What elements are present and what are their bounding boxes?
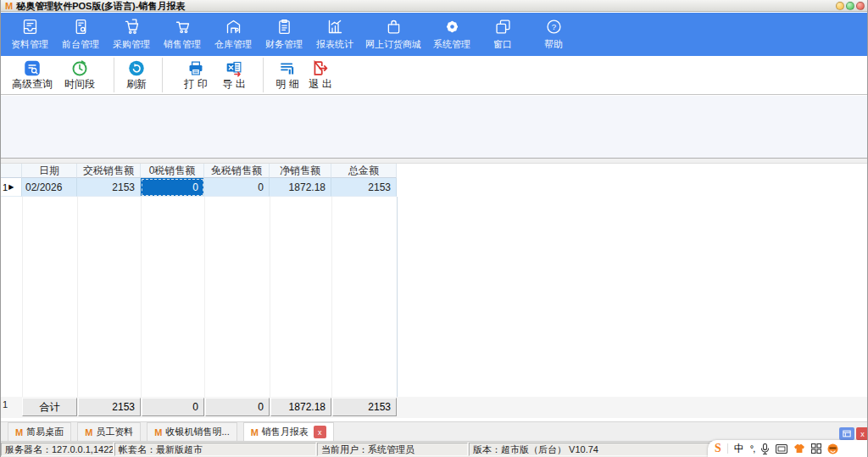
toolbar-separator bbox=[162, 58, 163, 92]
print-button[interactable]: 打 印 bbox=[175, 59, 216, 92]
tab-label: 收银机销售明... bbox=[166, 426, 230, 438]
toolbar-label: 退 出 bbox=[309, 77, 331, 92]
column-header-tax-free-sales[interactable]: 免税销售额 bbox=[204, 164, 270, 178]
close-button[interactable] bbox=[856, 2, 865, 10]
toolbar-item-data-management[interactable]: 资料管理 bbox=[4, 15, 55, 54]
toolbar-label: 窗口 bbox=[493, 38, 512, 51]
toolbar-item-help[interactable]: ? 帮助 bbox=[528, 15, 579, 54]
time-range-button[interactable]: 时间段 bbox=[60, 59, 99, 92]
totals-tax-free-sales: 0 bbox=[205, 398, 270, 416]
tab-logo-icon: M bbox=[251, 427, 259, 437]
app-logo-icon: M bbox=[5, 1, 13, 11]
tab-monthly-sales-report[interactable]: M 销售月报表 x bbox=[243, 422, 334, 441]
toolbar-separator bbox=[114, 58, 114, 92]
tab-logo-icon: M bbox=[154, 427, 162, 437]
grid-corner-cell bbox=[1, 164, 22, 178]
cell-net-sales[interactable]: 1872.18 bbox=[270, 178, 331, 197]
filter-panel: 开始日期 2026-02-01 ▼ 结束日期 2026-02-28 ▼ 零售店 … bbox=[1, 96, 867, 158]
toolbar-item-warehouse-management[interactable]: 仓库管理 bbox=[208, 15, 259, 54]
tab-label: 销售月报表 bbox=[262, 426, 309, 438]
row-indicator: 1▶ bbox=[1, 178, 22, 197]
toolbar-item-frontdesk-management[interactable]: 前台管理 bbox=[55, 15, 106, 54]
toolbar-label: 时间段 bbox=[64, 77, 95, 92]
windows-icon bbox=[494, 18, 512, 36]
status-account: 帐套名：最新版超市 bbox=[114, 443, 316, 456]
cell-zero-tax-sales-selected[interactable]: 0 bbox=[141, 178, 204, 197]
column-header-total-amount[interactable]: 总金额 bbox=[331, 164, 397, 178]
microphone-icon[interactable] bbox=[760, 443, 770, 454]
row-number: 1 bbox=[3, 182, 8, 192]
column-header-date[interactable]: 日期 bbox=[22, 164, 77, 178]
toolbar-label: 打 印 bbox=[184, 77, 207, 92]
grid-column-line bbox=[77, 197, 78, 397]
toolbar-item-window[interactable]: 窗口 bbox=[477, 15, 528, 54]
tab-close-button[interactable]: x bbox=[314, 426, 326, 438]
maximize-button[interactable] bbox=[846, 2, 854, 10]
tabbar-close-button[interactable]: x bbox=[856, 427, 868, 440]
grid-column-line bbox=[331, 197, 332, 397]
keyboard-icon[interactable] bbox=[776, 444, 787, 454]
punctuation-icon[interactable]: °, bbox=[750, 443, 754, 454]
exit-button[interactable]: 退 出 bbox=[303, 59, 338, 92]
sogou-icon[interactable]: S bbox=[715, 442, 721, 455]
detail-list-icon bbox=[278, 59, 297, 77]
svg-text:?: ? bbox=[551, 22, 555, 31]
totals-net-sales: 1872.18 bbox=[270, 398, 331, 416]
tab-label: 简易桌面 bbox=[26, 426, 64, 438]
toolbar-label: 前台管理 bbox=[62, 38, 99, 51]
toolbar-item-finance-management[interactable]: 财务管理 bbox=[259, 15, 309, 54]
purchase-cart-icon bbox=[123, 18, 141, 36]
cell-total-amount[interactable]: 2153 bbox=[331, 178, 397, 197]
toolbox-grid-icon[interactable] bbox=[811, 443, 821, 454]
column-header-taxed-sales[interactable]: 交税销售额 bbox=[77, 164, 141, 178]
toolbar-label: 采购管理 bbox=[113, 38, 150, 51]
tab-employee-data[interactable]: M 员工资料 bbox=[77, 422, 141, 441]
tray-separator bbox=[727, 443, 728, 454]
tab-register-sales-detail[interactable]: M 收银机销售明... bbox=[147, 422, 236, 441]
row-marker-icon: ▶ bbox=[8, 183, 14, 191]
column-header-zero-tax-sales[interactable]: 0税销售额 bbox=[141, 164, 204, 178]
chinese-mode-icon[interactable]: 中 bbox=[734, 442, 744, 456]
refresh-button[interactable]: 刷新 bbox=[120, 59, 153, 92]
grid-column-line bbox=[141, 197, 142, 397]
toolbar-label: 报表统计 bbox=[316, 38, 353, 51]
grid-settings-button[interactable] bbox=[839, 427, 854, 440]
document-tabbar: M 简易桌面 M 员工资料 M 收银机销售明... M 销售月报表 x x bbox=[1, 421, 867, 442]
toolbar-label: 明 细 bbox=[275, 77, 298, 92]
export-button[interactable]: 导 出 bbox=[214, 59, 253, 92]
main-toolbar: 资料管理 前台管理 采购管理 销售管理 仓库管理 财务管理 报表统计 网上订货 bbox=[1, 13, 867, 56]
grid-column-line bbox=[270, 197, 270, 397]
cell-tax-free-sales[interactable]: 0 bbox=[204, 178, 270, 197]
cell-taxed-sales[interactable]: 2153 bbox=[77, 178, 141, 197]
exit-door-icon bbox=[311, 59, 330, 77]
toolbar-label: 财务管理 bbox=[265, 38, 303, 51]
toolbar-item-report-statistics[interactable]: 报表统计 bbox=[309, 15, 360, 54]
detail-button[interactable]: 明 细 bbox=[270, 59, 305, 92]
tab-logo-icon: M bbox=[85, 427, 92, 437]
footer-row-number: 1 bbox=[3, 399, 8, 410]
cell-date[interactable]: 02/2026 bbox=[22, 178, 77, 197]
advanced-query-button[interactable]: 高级查询 bbox=[10, 59, 54, 92]
toolbar-item-system-management[interactable]: 系统管理 bbox=[426, 15, 477, 54]
tab-simple-desktop[interactable]: M 简易桌面 bbox=[8, 422, 71, 441]
grid-column-line bbox=[22, 197, 23, 397]
sales-report-grid: 日期 交税销售额 0税销售额 免税销售额 净销售额 总金额 1▶ 02/2026… bbox=[1, 164, 867, 418]
pos-terminal-icon bbox=[72, 18, 90, 36]
toolbar-label: 刷新 bbox=[126, 77, 147, 92]
totals-label-cell: 合计 bbox=[22, 398, 77, 416]
toolbar-item-online-mall[interactable]: 网上订货商城 bbox=[360, 15, 426, 54]
online-mall-basket-icon bbox=[385, 18, 403, 36]
status-current-user: 当前用户：系统管理员 bbox=[317, 443, 468, 456]
toolbar-item-sales-management[interactable]: 销售管理 bbox=[157, 15, 208, 54]
toolbar-label: 导 出 bbox=[222, 77, 245, 92]
grid-column-line bbox=[204, 197, 205, 397]
minimize-button[interactable] bbox=[836, 2, 844, 10]
grid-right-edge-line bbox=[397, 197, 398, 397]
app-window: M 秘奥管理软件POS版(多语言)-销售月报表 资料管理 前台管理 采购管理 销… bbox=[0, 0, 868, 457]
toolbar-item-purchase-management[interactable]: 采购管理 bbox=[106, 15, 157, 54]
totals-total-amount: 2153 bbox=[332, 398, 397, 416]
skin-icon[interactable] bbox=[793, 443, 805, 454]
column-header-net-sales[interactable]: 净销售额 bbox=[270, 164, 331, 178]
emoji-icon[interactable] bbox=[827, 443, 838, 454]
totals-row: 1 合计 2153 0 0 1872.18 2153 bbox=[1, 397, 867, 418]
